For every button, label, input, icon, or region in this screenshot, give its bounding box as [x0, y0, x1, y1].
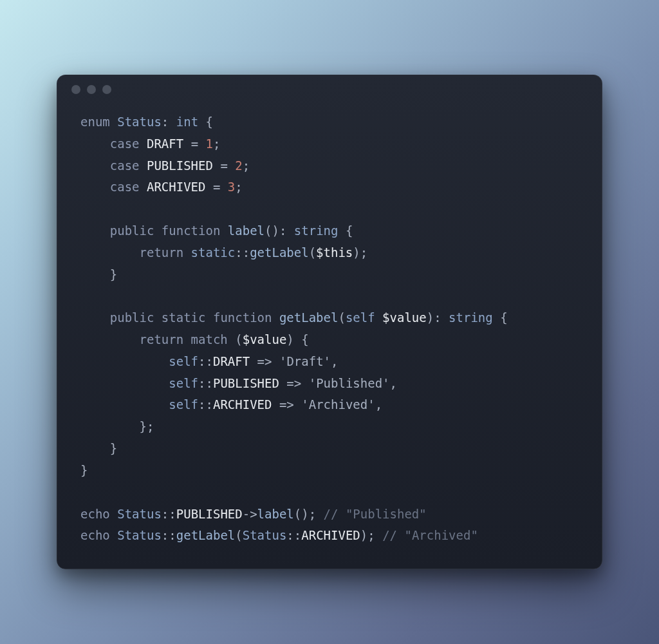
type-string: string — [294, 223, 339, 238]
code-line-blank — [80, 198, 579, 220]
keyword-public: public — [110, 223, 154, 238]
comment: // "Archived" — [382, 528, 478, 542]
fn-getlabel: getLabel — [250, 245, 309, 260]
keyword-static: static — [162, 310, 206, 325]
code-line: return match ($value) { — [80, 329, 579, 351]
code-line: case DRAFT = 1; — [80, 133, 579, 155]
var-value: $value — [382, 310, 427, 325]
code-line: self::DRAFT => 'Draft', — [80, 351, 579, 373]
code-line: } — [80, 264, 579, 286]
keyword-enum: enum — [80, 115, 110, 129]
code-line: enum Status: int { — [80, 111, 579, 133]
code-line: return static::getLabel($this); — [80, 242, 579, 264]
code-line-blank — [80, 285, 579, 307]
var-this: $this — [316, 245, 353, 260]
code-line: public function label(): string { — [80, 220, 579, 242]
type-status: Status — [117, 115, 162, 129]
keyword-return: return — [140, 245, 184, 260]
code-line: self::ARCHIVED => 'Archived', — [80, 394, 579, 416]
code-block: enum Status: int { case DRAFT = 1; case … — [57, 104, 602, 549]
fn-label: label — [228, 223, 265, 238]
const-published: PUBLISHED — [147, 158, 213, 173]
code-line: case ARCHIVED = 3; — [80, 176, 579, 198]
code-line: }; — [80, 416, 579, 438]
keyword-echo: echo — [80, 507, 110, 521]
code-line: case PUBLISHED = 2; — [80, 155, 579, 177]
keyword-case: case — [110, 158, 140, 173]
code-line: echo Status::getLabel(Status::ARCHIVED);… — [80, 525, 579, 547]
code-line: self::PUBLISHED => 'Published', — [80, 373, 579, 395]
keyword-match: match — [191, 332, 228, 346]
keyword-case: case — [110, 137, 140, 151]
string-archived: 'Archived' — [301, 397, 375, 412]
keyword-function: function — [162, 223, 221, 238]
string-published: 'Published' — [309, 376, 390, 390]
keyword-echo: echo — [80, 528, 110, 542]
type-self: self — [169, 397, 198, 412]
code-line: echo Status::PUBLISHED->label(); // "Pub… — [80, 504, 579, 526]
code-window: enum Status: int { case DRAFT = 1; case … — [57, 75, 602, 569]
string-draft: 'Draft' — [279, 354, 331, 368]
const-archived: ARCHIVED — [147, 180, 206, 194]
const-draft: DRAFT — [147, 137, 183, 151]
static-ref: static — [191, 245, 236, 260]
keyword-case: case — [110, 180, 140, 194]
code-line: } — [80, 460, 579, 482]
comment: // "Published" — [324, 507, 427, 521]
traffic-light-minimize-icon[interactable] — [87, 85, 96, 94]
keyword-return: return — [140, 332, 184, 346]
traffic-light-zoom-icon[interactable] — [102, 85, 111, 94]
code-line-blank — [80, 482, 579, 504]
window-titlebar — [57, 75, 602, 104]
var-value: $value — [243, 332, 287, 346]
type-self: self — [169, 354, 198, 368]
keyword-function: function — [213, 310, 272, 325]
keyword-public: public — [110, 310, 154, 325]
code-line: public static function getLabel(self $va… — [80, 307, 579, 329]
traffic-light-close-icon[interactable] — [71, 85, 80, 94]
fn-getlabel: getLabel — [279, 310, 339, 325]
type-self: self — [169, 376, 198, 390]
type-string: string — [449, 310, 493, 325]
type-int: int — [176, 115, 198, 129]
type-self: self — [346, 310, 375, 325]
code-line: } — [80, 438, 579, 460]
